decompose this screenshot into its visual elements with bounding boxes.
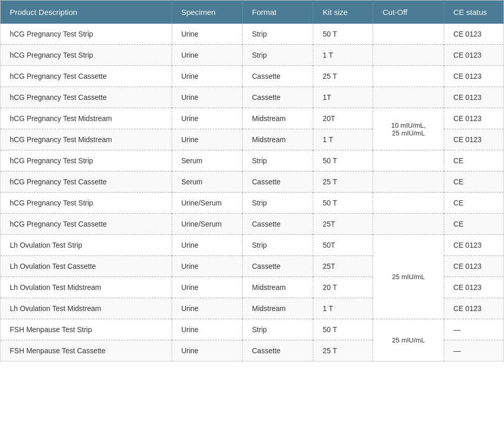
header-kitsize: Kit size (313, 1, 373, 24)
header-cutoff: Cut-Off (373, 1, 444, 24)
cell-product: Lh Ovulation Test Cassette (1, 256, 172, 277)
cell-cutoff (373, 171, 444, 193)
cell-kitsize: 50 T (313, 319, 373, 340)
cell-ce-status: CE 0123 (444, 66, 503, 87)
cell-ce-status: — (444, 340, 503, 361)
cell-ce-status: CE 0123 (444, 108, 503, 129)
cell-kitsize: 1 T (313, 45, 373, 66)
cell-specimen: Serum (172, 150, 242, 171)
cell-format: Midstream (243, 108, 313, 129)
cell-format: Strip (243, 235, 313, 256)
cell-cutoff (373, 87, 444, 108)
cell-specimen: Serum (172, 171, 242, 193)
cell-cutoff (373, 150, 444, 171)
cell-format: Midstream (243, 298, 313, 319)
cell-format: Strip (243, 319, 313, 340)
table-row: hCG Pregnancy Test CassetteUrineCassette… (1, 87, 504, 108)
cell-product: Lh Ovulation Test Midstream (1, 277, 172, 298)
cell-ce-status: CE (444, 171, 503, 193)
cell-specimen: Urine (172, 24, 242, 45)
cell-ce-status: CE (444, 193, 503, 214)
cell-specimen: Urine (172, 256, 242, 277)
header-format: Format (243, 1, 313, 24)
cell-product: hCG Pregnancy Test Strip (1, 193, 172, 214)
cell-specimen: Urine (172, 108, 242, 129)
cell-kitsize: 50T (313, 235, 373, 256)
cell-cutoff: 25 mIU/mL (373, 235, 444, 319)
cell-format: Cassette (243, 66, 313, 87)
cell-cutoff (373, 24, 444, 45)
cell-ce-status: CE 0123 (444, 235, 503, 256)
cell-kitsize: 25 T (313, 171, 373, 193)
cell-product: hCG Pregnancy Test Midstream (1, 108, 172, 129)
cell-format: Cassette (243, 214, 313, 235)
cell-product: hCG Pregnancy Test Strip (1, 150, 172, 171)
cell-kitsize: 25T (313, 256, 373, 277)
header-ce: CE status (444, 1, 503, 24)
cell-format: Cassette (243, 171, 313, 193)
cell-kitsize: 1 T (313, 298, 373, 319)
cell-kitsize: 25 T (313, 66, 373, 87)
cell-product: hCG Pregnancy Test Cassette (1, 87, 172, 108)
table-row: hCG Pregnancy Test StripUrineStrip50 TCE… (1, 24, 504, 45)
cell-ce-status: CE 0123 (444, 24, 503, 45)
cell-product: hCG Pregnancy Test Strip (1, 24, 172, 45)
cell-ce-status: — (444, 319, 503, 340)
cell-kitsize: 50 T (313, 193, 373, 214)
cell-format: Midstream (243, 129, 313, 150)
cell-specimen: Urine (172, 340, 242, 361)
table-header-row: Product Description Specimen Format Kit … (1, 1, 504, 24)
cell-cutoff: 10 mIU/mL,25 mIU/mL (373, 108, 444, 150)
cell-cutoff (373, 45, 444, 66)
cell-cutoff (373, 66, 444, 87)
cell-product: FSH Menpause Test Cassette (1, 340, 172, 361)
cell-kitsize: 1 T (313, 129, 373, 150)
cell-ce-status: CE 0123 (444, 298, 503, 319)
table-row: hCG Pregnancy Test StripUrine/SerumStrip… (1, 193, 504, 214)
cell-cutoff: 25 mIU/mL (373, 319, 444, 361)
cell-kitsize: 20 T (313, 277, 373, 298)
cell-kitsize: 25 T (313, 340, 373, 361)
cell-kitsize: 1T (313, 87, 373, 108)
cell-kitsize: 50 T (313, 24, 373, 45)
table-row: hCG Pregnancy Test CassetteSerumCassette… (1, 171, 504, 193)
cell-format: Strip (243, 24, 313, 45)
table-row: hCG Pregnancy Test StripSerumStrip50 TCE (1, 150, 504, 171)
cell-format: Strip (243, 193, 313, 214)
cell-ce-status: CE 0123 (444, 277, 503, 298)
cell-format: Strip (243, 45, 313, 66)
cell-format: Strip (243, 150, 313, 171)
cell-kitsize: 25T (313, 214, 373, 235)
cell-cutoff (373, 193, 444, 214)
cell-specimen: Urine (172, 87, 242, 108)
table-row: Lh Ovulation Test StripUrineStrip50T25 m… (1, 235, 504, 256)
table-row: hCG Pregnancy Test MidstreamUrineMidstre… (1, 108, 504, 129)
cell-specimen: Urine (172, 298, 242, 319)
cell-ce-status: CE 0123 (444, 87, 503, 108)
cell-specimen: Urine (172, 66, 242, 87)
cell-ce-status: CE (444, 150, 503, 171)
cell-kitsize: 50 T (313, 150, 373, 171)
cell-product: hCG Pregnancy Test Strip (1, 45, 172, 66)
cell-specimen: Urine (172, 235, 242, 256)
cell-specimen: Urine (172, 277, 242, 298)
product-table: Product Description Specimen Format Kit … (0, 0, 504, 361)
cell-specimen: Urine (172, 129, 242, 150)
cell-product: hCG Pregnancy Test Cassette (1, 66, 172, 87)
cell-ce-status: CE 0123 (444, 45, 503, 66)
cell-specimen: Urine/Serum (172, 193, 242, 214)
cell-product: Lh Ovulation Test Strip (1, 235, 172, 256)
cell-cutoff (373, 214, 444, 235)
table-row: hCG Pregnancy Test StripUrineStrip1 TCE … (1, 45, 504, 66)
cell-ce-status: CE 0123 (444, 256, 503, 277)
table-row: FSH Menpause Test StripUrineStrip50 T25 … (1, 319, 504, 340)
cell-product: hCG Pregnancy Test Cassette (1, 214, 172, 235)
cell-kitsize: 20T (313, 108, 373, 129)
cell-format: Midstream (243, 277, 313, 298)
cell-format: Cassette (243, 340, 313, 361)
cell-product: hCG Pregnancy Test Cassette (1, 171, 172, 193)
cell-ce-status: CE 0123 (444, 129, 503, 150)
cell-product: hCG Pregnancy Test Midstream (1, 129, 172, 150)
cell-specimen: Urine/Serum (172, 214, 242, 235)
cell-product: FSH Menpause Test Strip (1, 319, 172, 340)
